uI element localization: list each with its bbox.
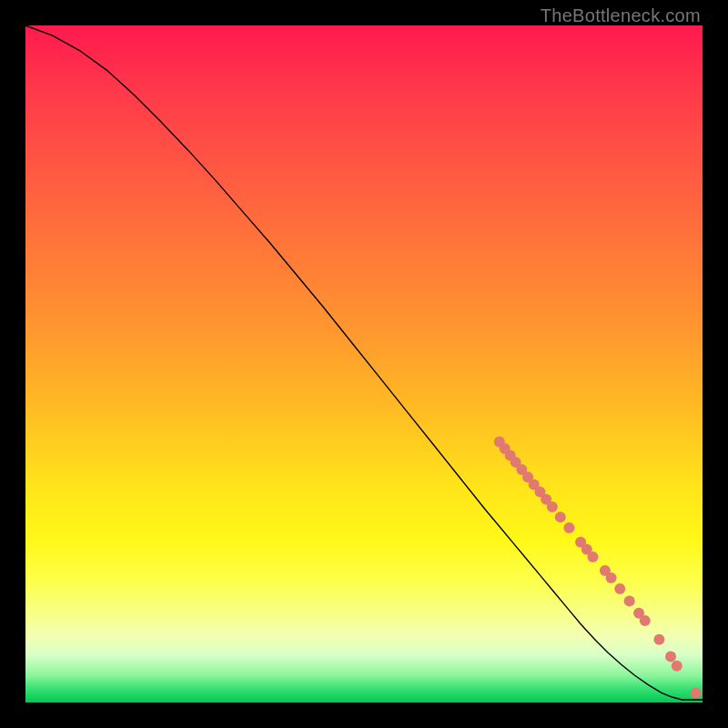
data-marker	[587, 551, 598, 562]
data-marker	[606, 572, 617, 583]
marker-group	[494, 437, 728, 702]
data-marker	[665, 651, 676, 662]
data-marker	[691, 688, 702, 699]
data-marker	[547, 501, 558, 512]
data-marker	[653, 634, 664, 645]
data-marker	[723, 691, 728, 702]
data-marker	[624, 595, 635, 606]
data-marker	[672, 661, 682, 672]
chart-frame: TheBottleneck.com	[0, 0, 728, 728]
data-marker	[640, 615, 651, 626]
curve-line	[25, 25, 703, 700]
data-marker	[555, 511, 566, 522]
data-marker	[716, 691, 727, 702]
data-marker	[563, 522, 574, 533]
chart-overlay	[0, 0, 728, 728]
data-marker	[614, 583, 625, 594]
